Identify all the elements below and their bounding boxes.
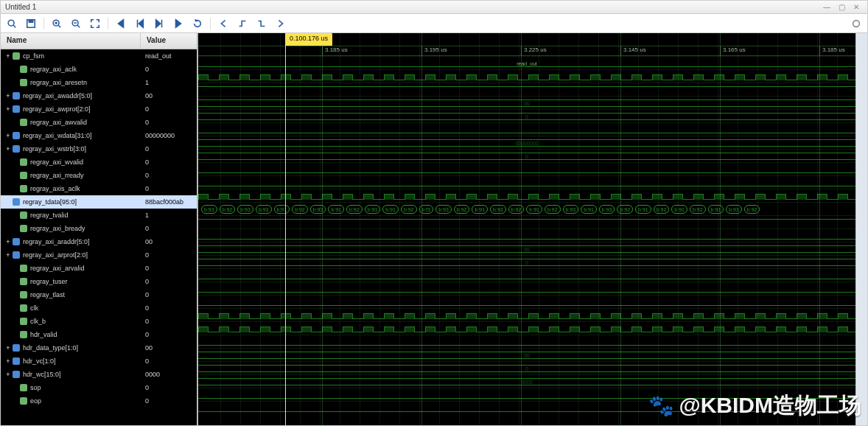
expand-toggle[interactable]: + xyxy=(4,145,13,153)
bus-pill: b:91 xyxy=(382,205,399,214)
bus-pill: b:91 xyxy=(526,205,542,214)
expand-toggle[interactable]: + xyxy=(4,92,13,99)
maximize-button[interactable]: ▢ xyxy=(835,2,848,13)
search-icon[interactable] xyxy=(5,17,18,30)
svg-line-7 xyxy=(58,25,60,27)
signal-name: regray_axi_aresetn xyxy=(30,79,87,86)
signal-row[interactable]: +regray_axi_wstrb[3:0]0 xyxy=(1,142,197,156)
signal-name: regray_axi_wvalid xyxy=(30,158,83,166)
expand-toggle[interactable]: + xyxy=(4,238,13,245)
minimize-button[interactable]: — xyxy=(820,2,833,13)
gridline-minor xyxy=(459,33,460,425)
signal-row[interactable]: +regray_axi_arprot[2:0]0 xyxy=(1,248,197,262)
expand-toggle[interactable]: + xyxy=(4,344,13,352)
signal-name: regray_axi_wstrb[3:0] xyxy=(23,145,86,153)
signal-row[interactable]: +regray_axi_awprot[2:0]0 xyxy=(1,102,197,116)
signal-row[interactable]: +regray_axi_wdata[31:0]00000000 xyxy=(1,129,197,142)
gridline-minor xyxy=(638,33,639,425)
signal-row[interactable]: +hdr_data_type[1:0]00 xyxy=(1,341,197,355)
expand-toggle[interactable]: + xyxy=(4,132,13,139)
svg-marker-11 xyxy=(119,19,124,27)
signal-name: regray_axi_awaddr[5:0] xyxy=(23,92,92,99)
waveform-area[interactable]: 0.100.176 us 3.185 us3.195 us3.225 us3.1… xyxy=(198,33,855,425)
zoom-in-icon[interactable] xyxy=(50,17,63,30)
zoom-fit-icon[interactable] xyxy=(88,17,102,30)
next-edge-icon[interactable] xyxy=(274,17,287,30)
signal-row[interactable]: regray_tvalid1 xyxy=(1,209,197,222)
signal-row[interactable]: regray_axi_aresetn1 xyxy=(1,76,197,89)
gridline-minor xyxy=(419,33,420,425)
signal-value: 0 xyxy=(141,225,197,232)
prev-edge-icon[interactable] xyxy=(217,17,230,30)
signal-row[interactable]: +hdr_wc[15:0]0000 xyxy=(1,368,197,381)
signal-row[interactable]: sop0 xyxy=(1,381,197,394)
restart-icon[interactable] xyxy=(191,17,204,30)
signal-list[interactable]: +cp_fsmread_outregray_axi_aclk0regray_ax… xyxy=(1,49,197,425)
signal-value: 0 xyxy=(141,251,197,259)
signal-icon xyxy=(20,265,27,272)
signal-row[interactable]: regray_axi_rready0 xyxy=(1,169,197,182)
signal-value: 1 xyxy=(141,79,197,86)
right-scrollbar-gutter[interactable] xyxy=(855,33,867,425)
gridline-minor xyxy=(220,33,221,425)
signal-icon xyxy=(20,291,27,298)
close-button[interactable]: ✕ xyxy=(850,2,863,13)
signal-value: 0 xyxy=(141,291,197,298)
gridline-minor xyxy=(340,33,340,425)
rising-edge-icon[interactable] xyxy=(236,17,249,30)
signal-row[interactable]: regray_tuser0 xyxy=(1,275,197,288)
svg-line-1 xyxy=(13,25,15,27)
col-name[interactable]: Name xyxy=(1,33,141,49)
step-fwd-icon[interactable] xyxy=(153,17,166,30)
bus-pill: b:91 xyxy=(708,205,724,214)
gridline-minor xyxy=(837,33,838,425)
expand-toggle[interactable]: + xyxy=(4,357,13,365)
signal-value: 0 xyxy=(141,304,197,312)
signal-row[interactable]: regray_axi_bready0 xyxy=(1,222,197,235)
expand-toggle[interactable]: + xyxy=(4,105,13,113)
bus-icon xyxy=(13,371,20,378)
signal-icon xyxy=(20,318,27,325)
bus-pill: b:93 xyxy=(563,205,579,214)
expand-toggle[interactable]: + xyxy=(4,52,13,60)
go-end-icon[interactable] xyxy=(172,17,185,30)
gridline-minor xyxy=(519,33,519,425)
col-value[interactable]: Value xyxy=(141,33,197,49)
save-icon[interactable] xyxy=(24,17,38,30)
signal-value: 00 xyxy=(141,238,197,245)
signal-row[interactable]: +regray_tdata[95:0]88bacf000ab xyxy=(1,195,197,209)
cursor-line[interactable] xyxy=(285,33,286,425)
signal-row[interactable]: regray_axis_aclk0 xyxy=(1,182,197,195)
bus-value-label: 0 xyxy=(525,153,528,158)
signal-icon xyxy=(20,225,27,232)
signal-row[interactable]: +regray_axi_araddr[5:0]00 xyxy=(1,235,197,248)
settings-icon[interactable] xyxy=(850,17,863,30)
signal-row[interactable]: regray_tlast0 xyxy=(1,288,197,301)
signal-row[interactable]: clk0 xyxy=(1,301,197,315)
signal-value: 0 xyxy=(141,331,197,338)
signal-row[interactable]: regray_axi_wvalid0 xyxy=(1,156,197,169)
signal-row[interactable]: regray_axi_awvalid0 xyxy=(1,116,197,129)
signal-row[interactable]: eop0 xyxy=(1,394,197,408)
signal-row[interactable]: clk_b0 xyxy=(1,315,197,328)
signal-row[interactable]: regray_axi_arvalid0 xyxy=(1,262,197,275)
falling-edge-icon[interactable] xyxy=(255,17,268,30)
signal-row[interactable]: +hdr_vc[1:0]0 xyxy=(1,355,197,368)
go-start-icon[interactable] xyxy=(114,17,127,30)
signal-row[interactable]: regray_axi_aclk0 xyxy=(1,63,197,76)
signal-name: regray_axi_awvalid xyxy=(30,119,87,126)
cursor-marker[interactable]: 0.100.176 us xyxy=(285,33,332,46)
signal-panel: Name Value +cp_fsmread_outregray_axi_acl… xyxy=(1,33,198,425)
signal-row[interactable]: +regray_axi_awaddr[5:0]00 xyxy=(1,89,197,102)
zoom-out-icon[interactable] xyxy=(69,17,83,30)
bus-pill: b:92 xyxy=(617,205,633,214)
signal-row[interactable]: +cp_fsmread_out xyxy=(1,49,197,63)
step-back-icon[interactable] xyxy=(133,17,147,30)
signal-icon xyxy=(20,185,27,192)
gridline-minor xyxy=(718,33,718,425)
bus-pill: b:93 xyxy=(201,205,217,214)
expand-toggle[interactable]: + xyxy=(4,251,13,259)
expand-toggle[interactable]: + xyxy=(4,198,13,206)
expand-toggle[interactable]: + xyxy=(4,371,13,378)
signal-row[interactable]: hdr_valid0 xyxy=(1,328,197,341)
